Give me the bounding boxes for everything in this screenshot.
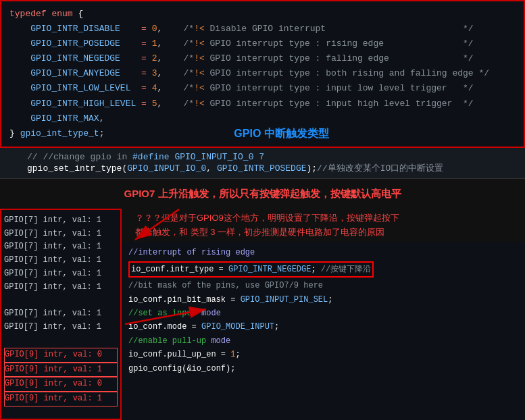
left-panel: GPIO[7] intr, val: 1 GPIO[7] intr, val: … [0,209,122,420]
code-line-low: GPIO_INTR_LOW_LEVEL = 4, /*!< GPIO inter… [9,81,516,96]
define-line-set: gpio_set_intr_type(GPIO_INPUT_IO_0, GPIO… [27,162,498,174]
gpio-line-7: GPIO[7] intr, val: 1 [4,321,118,334]
annotation-area-1: GPIO7 上升沿触发，所以只有按键弹起触发，按键默认高电平 [0,179,525,209]
right-mode-line: io_conf.mode = GPIO_MODE_INPUT; [128,320,518,334]
right-comment-bit: //bit mask of the pins, use GPIO7/9 here [128,279,518,292]
code-line-posedge: GPIO_INTR_POSEDGE = 1, /*!< GPIO interru… [9,36,516,51]
right-comment-pullup: //enable pull-up mode [128,334,518,348]
gpio9-line-1: GPIO[9] intr, val: 1 [4,363,118,377]
gpio9-line-2: GPIO[9] intr, val: 0 [4,377,118,392]
define-line-comment: // //change gpio in #define GPIO_INPUT_I… [27,152,498,162]
gpio-line-6: GPIO[7] intr, val: 1 [4,307,118,321]
annotation-text-1: GPIO7 上升沿触发，所以只有按键弹起触发，按键默认高电平 [110,182,414,206]
gpio-line-1: GPIO[7] intr, val: 1 [4,228,118,241]
top-code-block: typedef enum { GPIO_INTR_DISABLE = 0, /*… [0,0,525,148]
gpio-interrupt-label: GPIO 中断触发类型 [234,127,328,141]
code-line-high: GPIO_INTR_HIGH_LEVEL = 5, /*!< GPIO inte… [9,97,516,111]
code-line-typedef: typedef enum { [9,7,516,22]
gpio-line-5: GPIO[7] intr, val: 1 [4,281,118,294]
code-line-disable: GPIO_INTR_DISABLE = 0, /*!< Disable GPIO… [9,22,516,36]
right-pin-mask: io_conf.pin_bit_mask = GPIO_INPUT_PIN_SE… [128,293,518,307]
main-container: typedef enum { GPIO_INTR_DISABLE = 0, /*… [0,0,525,420]
code-line-negedge: GPIO_INTR_NEGEDGE = 2, /*!< GPIO interru… [9,51,516,66]
gpio-line-blank2 [4,334,118,348]
gpio9-line-0: GPIO[9] intr, val: 0 [4,348,118,363]
right-pullup-line: io_conf.pull_up_en = 1; [128,348,518,361]
code-line-anyedge: GPIO_INTR_ANYEDGE = 3, /*!< GPIO interru… [9,66,516,81]
gpio-line-2: GPIO[7] intr, val: 1 [4,240,118,254]
gpio9-line-3: GPIO[9] intr, val: 1 [4,392,118,406]
right-comment-input: //set as input mode [128,307,518,320]
right-code-panel: //interrupt of rising edge io_conf.intr_… [122,242,525,420]
define-block: // //change gpio in #define GPIO_INPUT_I… [0,148,525,179]
gpio-line-blank1 [4,294,118,308]
annotation-text-2: ？？？但是对于GPIO9这个地方，明明设置了下降沿，按键弹起按下都会触发，和 类… [122,209,525,242]
gpio-line-0: GPIO[7] intr, val: 1 [4,214,118,228]
bottom-section: GPIO[7] intr, val: 1 GPIO[7] intr, val: … [0,209,525,420]
right-config-line: gpio_config(&io_conf); [128,362,518,375]
right-container: ？？？但是对于GPIO9这个地方，明明设置了下降沿，按键弹起按下都会触发，和 类… [122,209,525,420]
gpio-line-4: GPIO[7] intr, val: 1 [4,267,118,281]
highlight-intr-line: io_conf.intr_type = GPIO_INTR_NEGEDGE; /… [128,261,374,278]
gpio-line-3: GPIO[7] intr, val: 1 [4,254,118,267]
code-line-max: GPIO_INTR_MAX, [9,111,516,126]
right-comment-rising: //interrupt of rising edge [128,246,518,259]
